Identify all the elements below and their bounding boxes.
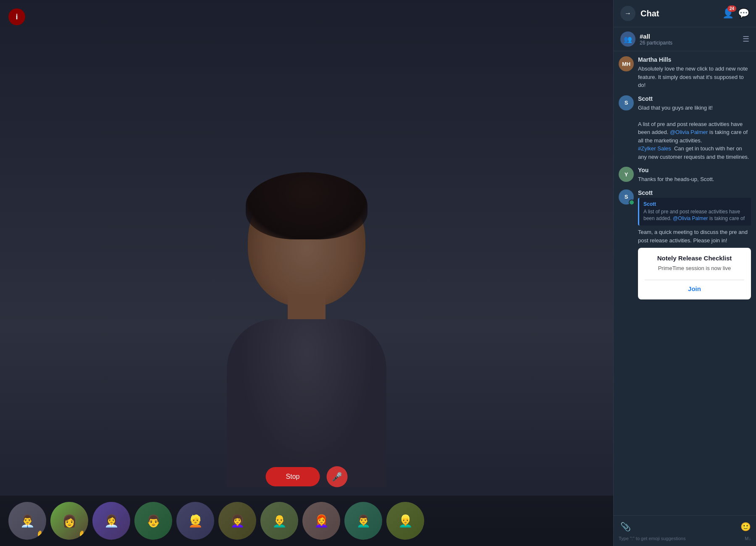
thumb-hand-1: ✋ [36, 530, 45, 538]
invite-card-subtitle: PrimeTime session is now live [645, 265, 744, 271]
mention-olivia: @Olivia Palmer [670, 129, 708, 135]
channel-bar: 👥 #all 26 participants ☰ [614, 27, 756, 51]
sender-scott-1: Scott [638, 95, 751, 102]
thumb-3[interactable]: 👩‍💼 [92, 502, 130, 540]
channel-participants-count: 26 participants [640, 40, 743, 46]
thumb-face-6: 👩‍🦱 [218, 502, 256, 540]
attach-button[interactable]: 📎 [619, 520, 633, 533]
markdown-toggle[interactable]: M↓ [745, 536, 751, 541]
thumb-8[interactable]: 👩‍🦰 [302, 502, 340, 540]
sender-scott-2: Scott [638, 189, 751, 196]
participants-list-button[interactable]: ☰ [743, 34, 749, 44]
text-you: Thanks for the heads-up, Scott. [638, 175, 751, 184]
hashtag-zylker: #Zylker Sales [638, 145, 671, 152]
thumb-10[interactable]: 👱‍♂️ [386, 502, 424, 540]
quote-text: A list of pre and post release activitie… [643, 208, 747, 223]
message-input[interactable] [636, 521, 737, 533]
thumb-5[interactable]: 👱 [176, 502, 214, 540]
online-indicator [629, 200, 635, 205]
chat-header: → Chat 👤 24 💬 [614, 0, 756, 27]
content-scott-2: Scott Scott A list of pre and post relea… [638, 189, 751, 300]
quote-block: Scott A list of pre and post release act… [638, 198, 751, 226]
thumb-face-3: 👩‍💼 [92, 502, 130, 540]
channel-avatar: 👥 [620, 32, 635, 47]
sender-martha: Martha Hills [638, 56, 751, 63]
header-icons: 👤 24 💬 [722, 8, 749, 19]
mic-icon: 🎤 [332, 472, 342, 482]
info-icon: i [8, 8, 25, 25]
message-scott-1: S Scott Glad that you guys are liking it… [619, 95, 751, 161]
avatar-scott-1: S [619, 95, 634, 110]
chat-title: Chat [640, 9, 717, 18]
emoji-button[interactable]: 🙂 [740, 522, 751, 532]
avatar-martha: MH [619, 56, 634, 71]
content-martha: Martha Hills Absolutely love the new cli… [638, 56, 751, 89]
video-background [0, 0, 613, 546]
thumb-face-8: 👩‍🦰 [302, 502, 340, 540]
thumb-face-7: 👨‍🦲 [260, 502, 298, 540]
video-area: i Stop 🎤 👨‍💼 ✋ 👩 ✋ 👩‍💼 👨 👱 👩‍🦱 [0, 0, 613, 546]
list-icon: ☰ [743, 35, 749, 43]
controls-bar: Stop 🎤 [266, 466, 348, 487]
thumbnails-bar: 👨‍💼 ✋ 👩 ✋ 👩‍💼 👨 👱 👩‍🦱 👨‍🦲 👩‍🦰 👨‍🦱 [0, 496, 613, 546]
thumb-2[interactable]: 👩 ✋ [50, 502, 88, 540]
text-scott-2-main: Team, a quick meeting to discuss the pre… [638, 228, 751, 244]
thumb-face-9: 👨‍🦱 [344, 502, 382, 540]
join-button[interactable]: Join [688, 285, 701, 292]
thumb-6[interactable]: 👩‍🦱 [218, 502, 256, 540]
content-you: You Thanks for the heads-up, Scott. [638, 167, 751, 184]
input-area: 📎 🙂 Type ":" to get emoji suggestions M↓ [614, 515, 756, 546]
thumb-face-10: 👱‍♂️ [386, 502, 424, 540]
participants-button[interactable]: 👤 24 [722, 8, 734, 19]
chat-bubble-icon[interactable]: 💬 [738, 8, 749, 19]
text-martha: Absolutely love the new click to add new… [638, 65, 751, 89]
emoji-hint-text: Type ":" to get emoji suggestions [619, 536, 685, 541]
arrow-icon: → [625, 10, 631, 17]
thumb-face-4: 👨 [134, 502, 172, 540]
input-row: 📎 🙂 [619, 520, 751, 533]
invite-card: Notely Release Checklist PrimeTime sessi… [638, 248, 751, 299]
message-martha: MH Martha Hills Absolutely love the new … [619, 56, 751, 89]
chat-panel: → Chat 👤 24 💬 👥 #all 26 participants ☰ M… [613, 0, 756, 546]
channel-name: #all [640, 33, 743, 40]
channel-info: #all 26 participants [640, 33, 743, 46]
sender-you: You [638, 167, 751, 173]
notification-badge: 24 [727, 5, 736, 12]
back-button[interactable]: → [620, 6, 635, 21]
thumb-4[interactable]: 👨 [134, 502, 172, 540]
thumb-7[interactable]: 👨‍🦲 [260, 502, 298, 540]
channel-avatar-icon: 👥 [624, 35, 632, 43]
invite-card-title: Notely Release Checklist [645, 255, 744, 262]
info-badge: i [8, 8, 25, 25]
content-scott-1: Scott Glad that you guys are liking it! … [638, 95, 751, 161]
thumb-face-5: 👱 [176, 502, 214, 540]
thumb-9[interactable]: 👨‍🦱 [344, 502, 382, 540]
thumb-hand-2: ✋ [78, 530, 87, 538]
emoji-icon: 🙂 [740, 522, 751, 531]
stop-button[interactable]: Stop [266, 467, 320, 486]
messages-area: MH Martha Hills Absolutely love the new … [614, 51, 756, 515]
message-you: Y You Thanks for the heads-up, Scott. [619, 167, 751, 184]
input-hint: Type ":" to get emoji suggestions M↓ [619, 533, 751, 542]
video-overlay [0, 0, 613, 546]
message-scott-2: S Scott Scott A list of pre and post rel… [619, 189, 751, 300]
thumb-1[interactable]: 👨‍💼 ✋ [8, 502, 46, 540]
quote-mention: @Olivia Palmer [673, 215, 708, 221]
avatar-scott-2-wrap: S [619, 189, 634, 205]
quote-sender: Scott [643, 201, 747, 207]
avatar-you: Y [619, 167, 634, 182]
invite-card-divider [645, 280, 744, 280]
text-scott-1: Glad that you guys are liking it! A list… [638, 104, 751, 161]
mic-button[interactable]: 🎤 [326, 466, 347, 487]
paperclip-icon: 📎 [620, 522, 631, 531]
